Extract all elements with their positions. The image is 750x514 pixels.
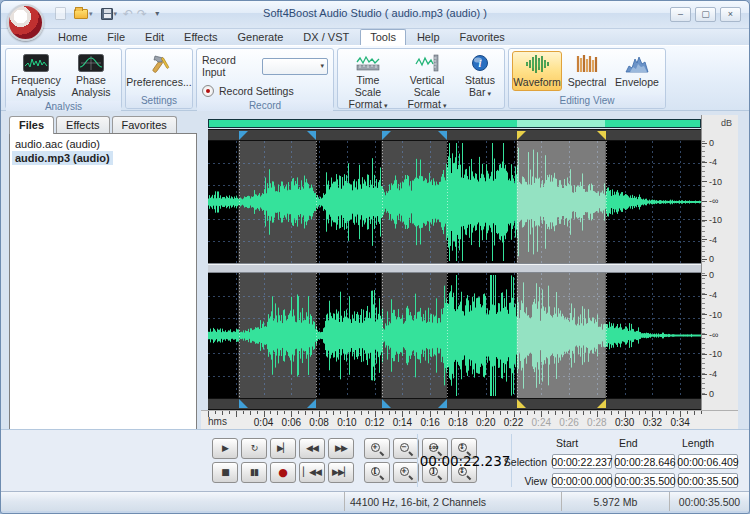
- selection-marker[interactable]: [517, 131, 526, 140]
- menu-favorites[interactable]: Favorites: [451, 30, 514, 45]
- ribbon: Frequency Analysis Phase Analysis Analys…: [1, 45, 749, 111]
- region-marker[interactable]: [382, 131, 391, 140]
- go-to-start-icon: ▏◀◀: [303, 468, 321, 477]
- tab-favorites[interactable]: Favorites: [112, 116, 177, 133]
- view-end-field[interactable]: 00:00:35.500: [615, 473, 675, 488]
- ruler-tick: [250, 411, 251, 415]
- menu-help[interactable]: Help: [408, 30, 449, 45]
- loop-button[interactable]: ↻: [241, 438, 267, 459]
- go-to-start-button[interactable]: ▏◀◀: [299, 462, 325, 483]
- region-marker[interactable]: [438, 399, 447, 408]
- chevron-down-icon: ▾: [320, 62, 324, 70]
- menu-edit[interactable]: Edit: [136, 30, 173, 45]
- time-scale-icon: [355, 54, 381, 72]
- region-marker[interactable]: [307, 399, 316, 408]
- fast-forward-button[interactable]: ▶▶: [328, 438, 354, 459]
- vertical-scale-format-button[interactable]: Vertical Scale Format▾: [396, 51, 458, 113]
- waveform-view-button[interactable]: Waveform: [512, 51, 562, 91]
- record-settings-button[interactable]: Record Settings: [202, 85, 328, 97]
- status-bar-button[interactable]: i Status Bar▾: [459, 51, 501, 101]
- region-marker[interactable]: [438, 131, 447, 140]
- phase-analysis-button[interactable]: Phase Analysis: [64, 51, 118, 101]
- selection-marker[interactable]: [517, 399, 526, 408]
- go-to-end-button[interactable]: ▶▶▏: [328, 462, 354, 483]
- db-label: 0: [702, 139, 714, 147]
- time-scale-format-button[interactable]: Time Scale Format▾: [341, 51, 395, 113]
- marker-strip-bottom[interactable]: [208, 398, 701, 410]
- maximize-button[interactable]: ▢: [695, 7, 716, 22]
- play-to-end-button[interactable]: ▶▏: [270, 438, 296, 459]
- ruler-tick: [257, 411, 258, 414]
- view-start-field[interactable]: 00:00:00.000: [552, 473, 612, 488]
- spectral-view-button[interactable]: Spectral: [563, 51, 611, 91]
- file-list-item[interactable]: audio.mp3 (audio): [12, 151, 113, 165]
- marker-strip-top[interactable]: [208, 129, 701, 141]
- go-to-end-icon: ▶▶▏: [332, 468, 350, 477]
- spectral-view-icon: [574, 54, 600, 74]
- chevron-down-icon: ▾: [384, 102, 388, 109]
- magnifier-icon: +: [399, 466, 413, 480]
- app-logo-icon[interactable]: [7, 4, 44, 41]
- ruler-tick: [222, 411, 223, 415]
- frequency-analysis-button[interactable]: Frequency Analysis: [9, 51, 63, 101]
- app-window: ▾ ▾ ↶ ↷ ▾ Soft4Boost Audio Studio ( audi…: [0, 0, 750, 514]
- ruler-tick: [382, 411, 383, 414]
- selection-start-field[interactable]: 00:00:22.237: [552, 454, 612, 469]
- tab-files[interactable]: Files: [9, 116, 54, 134]
- ruler-tick: [583, 411, 584, 415]
- rewind-button[interactable]: ◀◀: [299, 438, 325, 459]
- record-button[interactable]: ●: [270, 462, 296, 483]
- menu-file[interactable]: File: [98, 30, 134, 45]
- selection-end-field[interactable]: 00:00:28.646: [615, 454, 675, 469]
- db-label: -10: [702, 350, 722, 358]
- region-marker[interactable]: [307, 131, 316, 140]
- selection-marker[interactable]: [597, 131, 606, 140]
- ruler-tick: [368, 411, 369, 414]
- ruler-tick: [215, 411, 216, 414]
- ruler-tick: [312, 411, 313, 414]
- overview-bar[interactable]: [208, 119, 701, 128]
- play-button[interactable]: ▶: [212, 438, 238, 459]
- group-label-settings: Settings: [126, 95, 192, 108]
- stop-button[interactable]: ■: [212, 462, 238, 483]
- view-length-field[interactable]: 00:00:35.500: [678, 473, 738, 488]
- file-list-item[interactable]: audio.aac (audio): [12, 137, 103, 151]
- ribbon-group-scales: Time Scale Format▾ Vertical Scale Format…: [337, 48, 505, 109]
- menu-generate[interactable]: Generate: [228, 30, 292, 45]
- tab-effects[interactable]: Effects: [56, 116, 109, 133]
- status-bar: 44100 Hz, 16-bit, 2 Channels 5.972 Mb 00…: [1, 491, 749, 511]
- envelope-view-button[interactable]: Envelope: [612, 51, 662, 91]
- ruler-tick: [451, 411, 452, 414]
- ruler-tick: [507, 411, 508, 414]
- ruler-tick: [298, 411, 299, 414]
- preferences-button[interactable]: Preferences...: [129, 51, 189, 91]
- close-button[interactable]: ×: [720, 7, 741, 22]
- pause-button[interactable]: ▮▮: [241, 462, 267, 483]
- ruler-tick: [437, 411, 438, 414]
- zoom-selection-button[interactable]: [: [364, 462, 390, 483]
- time-ruler[interactable]: hms 0:040:060:080:100:120:140:160:180:20…: [201, 410, 738, 429]
- region-marker[interactable]: [382, 399, 391, 408]
- record-input-select[interactable]: ▾: [262, 58, 328, 75]
- play-to-end-icon: ▶▏: [277, 444, 289, 453]
- minimize-button[interactable]: –: [670, 7, 691, 22]
- menu-effects[interactable]: Effects: [175, 30, 226, 45]
- region-marker[interactable]: [239, 399, 248, 408]
- ruler-tick: [639, 411, 640, 415]
- selection-length-field[interactable]: 00:00:06.409: [678, 454, 738, 469]
- selection-marker[interactable]: [597, 399, 606, 408]
- zoom-in-alt-button[interactable]: +: [393, 462, 419, 483]
- waveform-canvas[interactable]: [208, 141, 701, 398]
- region-marker[interactable]: [239, 131, 248, 140]
- menu-tools[interactable]: Tools: [360, 29, 406, 46]
- ruler-tick: [333, 411, 334, 415]
- zoom-in-button[interactable]: +: [364, 438, 390, 459]
- menu-dx-vst[interactable]: DX / VST: [294, 30, 358, 45]
- status-section-empty: [1, 492, 344, 511]
- db-label: 0: [702, 271, 714, 279]
- header-length: Length: [678, 437, 738, 449]
- ruler-tick: [361, 411, 362, 415]
- zoom-out-button[interactable]: −: [393, 438, 419, 459]
- magnifier-icon: −: [399, 442, 413, 456]
- menu-home[interactable]: Home: [49, 30, 96, 45]
